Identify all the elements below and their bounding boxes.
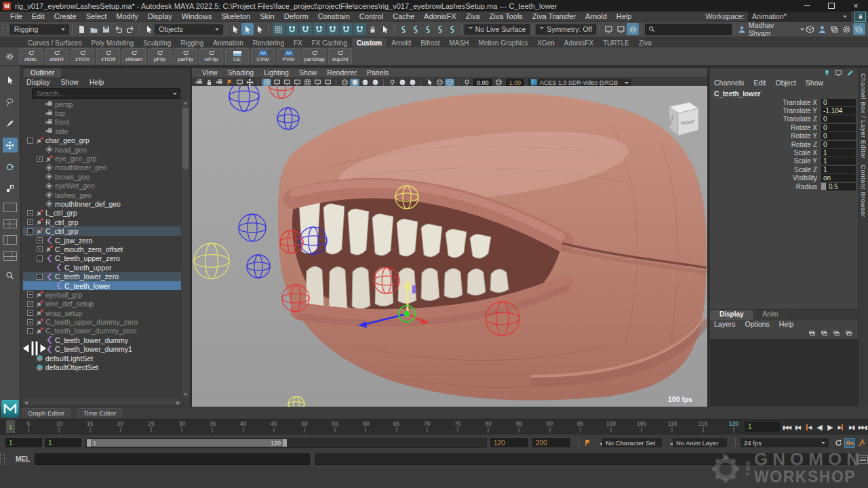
snap-magnet-icon[interactable] — [354, 23, 366, 35]
safe-action-icon[interactable] — [313, 79, 322, 87]
gate-mask-icon[interactable] — [292, 79, 302, 87]
range-slider-track[interactable]: 1 120 — [85, 438, 487, 448]
shelf-item-parshap[interactable]: parShap — [302, 48, 326, 64]
toolbar-search[interactable] — [645, 24, 732, 35]
construction-history-icon[interactable] — [434, 23, 446, 35]
select-by-hierarchy-icon[interactable] — [229, 23, 241, 35]
menu-edit[interactable]: Edit — [27, 12, 50, 20]
viewport-menu-shading[interactable]: Shading — [223, 68, 259, 77]
layer-menu-layers[interactable]: Layers — [714, 320, 736, 328]
scroll-up-icon[interactable]: ▲ — [182, 100, 189, 106]
menu-help[interactable]: Help — [612, 12, 637, 20]
outliner-menu-display[interactable]: Display — [26, 78, 50, 86]
channel-value-field[interactable]: 1 — [821, 157, 856, 165]
shelf-item-pflip[interactable]: pFlip — [148, 48, 172, 64]
outliner-item-c-teeth-lower-dummy[interactable]: C_teeth_lower_dummy — [23, 336, 181, 344]
layer-menu-help[interactable]: Help — [779, 320, 794, 328]
viewport-menu-lighting[interactable]: Lighting — [259, 68, 294, 77]
auto-keyframe-icon[interactable] — [844, 438, 855, 448]
workspace-dropdown[interactable]: Animation* — [748, 12, 851, 22]
expand-toggle-icon[interactable]: + — [27, 219, 33, 225]
outliner-item-side[interactable]: side — [23, 127, 181, 136]
outliner-search[interactable] — [32, 88, 180, 99]
mel-result-field[interactable] — [315, 453, 854, 465]
make-live-icon[interactable] — [340, 23, 353, 35]
channel-value-field[interactable]: 0 — [821, 132, 856, 140]
layout-single-pane[interactable] — [3, 203, 17, 212]
viewport-canvas[interactable]: FRONTRIGHT100 fps — [192, 86, 707, 407]
menu-cache[interactable]: Cache — [388, 12, 419, 20]
undo-icon[interactable] — [112, 23, 124, 35]
screen-space-ao-icon[interactable] — [408, 79, 417, 87]
shelf-tab-fx[interactable]: FX — [289, 38, 307, 47]
shelf-item-parflp[interactable]: parFlp — [174, 48, 197, 64]
outliner-item-top[interactable]: top — [23, 108, 181, 117]
outliner-item-eye-geo-grp[interactable]: +eye_geo_grp — [23, 154, 181, 163]
shelf-tab-xgen[interactable]: XGen — [532, 38, 559, 47]
channel-box-menu-show[interactable]: Show — [806, 79, 823, 87]
channel-value-field[interactable]: 1 — [821, 166, 856, 174]
tool-select[interactable] — [3, 73, 18, 87]
select-by-object-icon[interactable] — [241, 23, 254, 35]
use-default-material-icon[interactable] — [370, 79, 380, 87]
channel-value-field[interactable]: on — [821, 174, 856, 182]
toggle-history-icon[interactable] — [446, 23, 458, 35]
maximize-button[interactable] — [819, 0, 844, 12]
channel-box-menu-edit[interactable]: Edit — [753, 79, 766, 87]
go-to-end-button[interactable]: ▶▶▮ — [857, 421, 868, 433]
outliner-item-c-teeth-lower-zero[interactable]: -C_teeth_lower_zero — [23, 272, 181, 281]
step-back-key-button[interactable]: ◀ — [803, 421, 814, 433]
toolbar-grip[interactable] — [3, 24, 7, 35]
outliner-item-mouthinner-geo[interactable]: mouthInner_geo — [23, 163, 181, 172]
outliner-item-l-ctrl-grp[interactable]: +L_ctrl_grp — [23, 209, 181, 218]
viewport-menu-view[interactable]: View — [197, 68, 222, 77]
snap-to-point-icon[interactable] — [300, 23, 312, 35]
viewport-menu-panels[interactable]: Panels — [362, 68, 393, 77]
save-scene-icon[interactable] — [100, 23, 112, 35]
play-backwards-button[interactable]: ◀ — [814, 421, 825, 433]
outliner-hscrollbar[interactable]: ◀▶ — [23, 399, 181, 405]
outliner-tab[interactable]: Outliner — [24, 68, 61, 77]
fps-dropdown[interactable]: 24 fps — [741, 438, 829, 447]
no-live-surface-dropdown[interactable]: No Live Surface — [465, 24, 530, 35]
outliner-item-c-teeth-upper-zero[interactable]: -C_teeth_upper_zero — [23, 254, 181, 263]
menu-arnold[interactable]: Arnold — [580, 12, 612, 20]
shelf-tab-turtle[interactable]: TURTLE — [598, 38, 634, 47]
copy-tab-icon[interactable] — [835, 69, 842, 78]
viewport-menu-show[interactable]: Show — [294, 68, 321, 77]
expand-toggle-icon[interactable]: + — [27, 210, 33, 216]
expand-toggle-icon[interactable]: - — [37, 274, 43, 280]
channel-box-menu-channels[interactable]: Channels — [714, 79, 744, 87]
textured-icon[interactable] — [360, 79, 370, 87]
ipr-render-icon[interactable] — [614, 23, 627, 35]
outliner-item-eyewet-geo[interactable]: eyeWet_geo — [23, 182, 181, 190]
outliner-item-wrap-setup[interactable]: +wrap_setup — [23, 308, 181, 317]
current-frame-marker[interactable]: 1 — [6, 420, 15, 433]
shelf-item-dupjnt[interactable]: dupJnt — [328, 48, 352, 64]
expand-toggle-icon[interactable]: - — [27, 328, 33, 334]
outliner-item-defaultlightset[interactable]: defaultLightSet — [23, 354, 181, 363]
outliner-item-head-geo[interactable]: head_geo — [23, 145, 181, 154]
viewport-menu-renderer[interactable]: Renderer — [322, 68, 361, 77]
outliner-item-eyeball-grp[interactable]: +eyeball_grp — [23, 290, 181, 299]
image-plane-icon[interactable] — [235, 79, 244, 87]
outliner-item-lashes-geo[interactable]: lashes_geo — [23, 190, 181, 199]
menu-adonisfx[interactable]: AdonisFX — [419, 12, 461, 20]
x-ray-joints-icon[interactable] — [445, 79, 454, 87]
layer-tab-display[interactable]: Display — [710, 310, 753, 320]
tool-move[interactable] — [3, 138, 18, 152]
lock-camera-icon[interactable] — [204, 79, 214, 87]
modeling-toolkit-icon[interactable] — [804, 23, 816, 35]
outliner-item-wire-def-setup[interactable]: +wire_def_setup — [23, 300, 181, 308]
channel-value-field[interactable]: 0 — [821, 115, 856, 123]
film-gate-icon[interactable] — [272, 79, 281, 87]
snap-to-curve-icon[interactable] — [286, 23, 298, 35]
menu-deform[interactable]: Deform — [279, 12, 313, 20]
shelf-tab-rigging[interactable]: Rigging — [176, 38, 208, 47]
outliner-item-persp[interactable]: persp — [23, 100, 181, 108]
select-by-component-icon[interactable] — [254, 23, 266, 35]
expand-toggle-icon[interactable]: + — [37, 156, 43, 162]
mel-label[interactable]: MEL — [16, 455, 30, 463]
tool-paint-select[interactable] — [3, 116, 18, 131]
shaded-icon[interactable] — [350, 79, 359, 87]
